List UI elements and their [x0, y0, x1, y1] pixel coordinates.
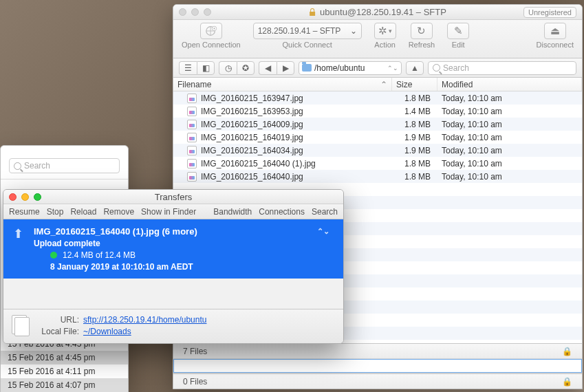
transfer-progress: 12.4 MB of 12.4 MB [63, 250, 136, 260]
zoom-dot[interactable] [34, 193, 41, 201]
local-file-link[interactable]: ~/Downloads [83, 327, 131, 336]
window-controls[interactable] [9, 193, 41, 201]
zoom-dot[interactable] [204, 8, 211, 16]
resume-button[interactable]: Resume [9, 207, 40, 217]
disconnect-button[interactable]: ⏏ [544, 23, 566, 39]
minimize-dot[interactable] [191, 8, 199, 16]
transfers-footer: URL: sftp://128.250.19.41/home/ubuntu Lo… [3, 309, 343, 343]
reload-button[interactable]: Reload [70, 207, 96, 217]
image-file-icon [187, 159, 197, 168]
lock-icon: 🔒 [562, 377, 572, 386]
finder-search-input[interactable]: Search [9, 158, 120, 173]
quick-connect-dropdown[interactable]: 128.250.19.41 – SFTP ⌄ [253, 23, 362, 39]
filename: IMG_20160215_164009.jpg [201, 120, 303, 129]
close-dot[interactable] [179, 8, 186, 16]
file-modified: Today, 10:10 am [437, 172, 582, 182]
nav-up-button[interactable]: ▲ [406, 61, 424, 75]
image-file-icon [187, 172, 197, 182]
table-row[interactable]: IMG_20160215_164009.jpg1.8 MBToday, 10:1… [173, 118, 582, 131]
path-dropdown[interactable]: /home/ubuntu ⌃⌄ [299, 61, 402, 75]
edit-label: Edit [452, 41, 465, 49]
bandwidth-button[interactable]: Bandwidth [213, 207, 252, 217]
list-item[interactable]: 15 Feb 2016 at 4:11 pm [1, 364, 128, 378]
window-title: ubuntu@128.250.19.41 – SFTP [309, 7, 446, 17]
connections-button[interactable]: Connections [259, 207, 305, 217]
lock-icon: 🔒 [562, 347, 572, 356]
table-row[interactable]: IMG_20160215_164040 (1).jpg1.8 MBToday, … [173, 157, 582, 170]
header-size[interactable]: Size [392, 78, 437, 91]
search-button[interactable]: Search [312, 207, 338, 217]
status-bar-upper: 7 Files 🔒 [173, 343, 582, 358]
bonjour-icon: ✪ [242, 63, 249, 73]
view-outline-button[interactable]: ☰ [179, 61, 197, 75]
window-controls[interactable] [179, 8, 211, 16]
column-headers: Filename⌃ Size Modified [173, 78, 582, 91]
status-bar-lower: 0 Files 🔒 [173, 373, 582, 389]
search-input[interactable]: Search [428, 61, 576, 75]
documents-icon [10, 315, 31, 336]
globe-plus-icon [205, 25, 217, 37]
file-modified: Today, 10:10 am [437, 159, 582, 168]
local-file-label: Local File: [38, 327, 79, 336]
table-row[interactable]: IMG_20160215_163947.jpg1.8 MBToday, 10:1… [173, 91, 582, 105]
transfers-titlebar: Transfers [3, 190, 343, 204]
clock-icon: ◷ [225, 63, 232, 73]
action-button[interactable]: ✲▾ [374, 23, 396, 39]
lock-icon [309, 8, 316, 17]
url-label: URL: [38, 315, 79, 325]
refresh-button[interactable]: ↻ [411, 23, 433, 39]
unregistered-badge: Unregistered [523, 7, 576, 18]
stop-button[interactable]: Stop [47, 207, 64, 217]
refresh-icon: ↻ [417, 25, 426, 37]
eject-icon: ⏏ [550, 25, 560, 37]
list-item[interactable]: 15 Feb 2016 at 4:45 pm [1, 351, 128, 364]
list-item[interactable]: 15 Feb 2016 at 4:07 pm [1, 378, 128, 392]
nav-forward-button[interactable]: ▶ [277, 61, 294, 75]
view-split-button[interactable]: ◧ [197, 61, 215, 75]
url-link[interactable]: sftp://128.250.19.41/home/ubuntu [83, 315, 206, 325]
close-dot[interactable] [9, 193, 17, 201]
header-filename[interactable]: Filename⌃ [173, 78, 392, 91]
image-file-icon [187, 94, 197, 103]
navbar: ☰ ◧ ◷ ✪ ◀ ▶ /home/ubuntu ⌃⌄ ▲ Search [173, 58, 582, 78]
image-file-icon [187, 107, 197, 116]
search-placeholder: Search [24, 161, 50, 171]
selection-bar [173, 358, 582, 373]
filename: IMG_20160215_163953.jpg [201, 107, 303, 116]
history-button[interactable]: ◷ [219, 61, 237, 75]
filesize: 1.8 MB [392, 120, 437, 129]
table-row[interactable]: IMG_20160215_164034.jpg1.9 MBToday, 10:1… [173, 144, 582, 157]
titlebar: ubuntu@128.250.19.41 – SFTP Unregistered [173, 5, 582, 20]
show-in-finder-button[interactable]: Show in Finder [141, 207, 196, 217]
table-row[interactable]: IMG_20160215_164019.jpg1.9 MBToday, 10:1… [173, 131, 582, 144]
gear-icon: ✲ [378, 25, 387, 37]
table-row[interactable]: IMG_20160215_164040.jpg1.8 MBToday, 10:1… [173, 170, 582, 183]
filesize: 1.9 MB [392, 146, 437, 155]
header-modified[interactable]: Modified [437, 78, 582, 91]
table-row[interactable]: IMG_20160215_163953.jpg1.4 MBToday, 10:1… [173, 105, 582, 118]
filesize: 1.4 MB [392, 107, 437, 116]
transfer-item[interactable]: ⬆ IMG_20160215_164040 (1).jpg (6 more) ⌃… [3, 219, 343, 279]
file-modified: Today, 10:10 am [437, 120, 582, 129]
filename: IMG_20160215_164034.jpg [201, 146, 303, 155]
transfers-toolbar: Resume Stop Reload Remove Show in Finder… [3, 204, 343, 219]
action-label: Action [374, 41, 396, 49]
minimize-dot[interactable] [21, 193, 29, 201]
edit-button[interactable]: ✎ [447, 23, 469, 39]
remove-button[interactable]: Remove [103, 207, 134, 217]
sort-asc-icon: ⌃ [380, 80, 387, 89]
filename: IMG_20160215_164019.jpg [201, 133, 303, 142]
image-file-icon [187, 146, 197, 155]
quick-connect-label: Quick Connect [283, 41, 332, 49]
toolbar: Open Connection 128.250.19.41 – SFTP ⌄ Q… [173, 20, 582, 58]
open-connection-button[interactable] [200, 23, 222, 39]
file-modified: Today, 10:10 am [437, 146, 582, 155]
finder-date-list: 15 Feb 2016 at 4:45 pm15 Feb 2016 at 4:4… [1, 337, 128, 392]
transfer-status: Upload complete [34, 239, 334, 248]
file-modified: Today, 10:10 am [437, 133, 582, 142]
filesize: 1.9 MB [392, 133, 437, 142]
chevrons-icon[interactable]: ⌃⌄ [317, 227, 329, 236]
bonjour-button[interactable]: ✪ [237, 61, 255, 75]
nav-back-button[interactable]: ◀ [259, 61, 277, 75]
file-modified: Today, 10:10 am [437, 107, 582, 116]
